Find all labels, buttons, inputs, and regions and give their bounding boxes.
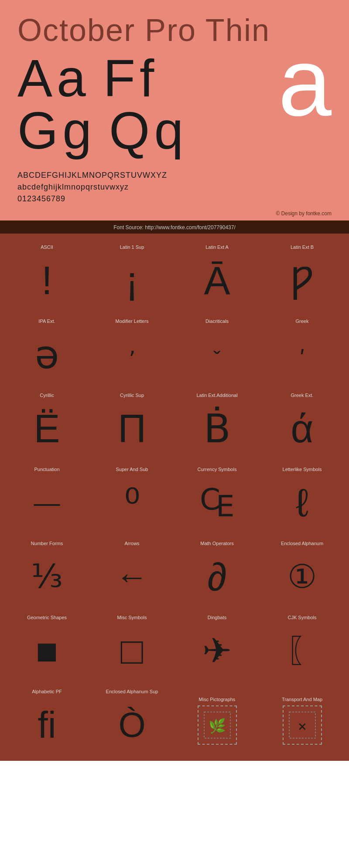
glyph-cell-miscpicto: Misc Pictographs 🌿 (174, 682, 260, 756)
glyph-cell-ascii: ASCII ! (4, 238, 89, 312)
glyph-cell-geometric: Geometric Shapes ■ (4, 608, 89, 682)
glyph-label-cyrillic: Cyrillic (40, 393, 54, 398)
letter-pair-gg: Gg Qq (17, 104, 188, 156)
source-text: Font Source: http://www.fontke.com/font/… (113, 224, 236, 231)
glyph-label-miscsymbols: Misc Symbols (117, 615, 147, 620)
glyph-cell-alphabeticpf: Alphabetic PF ﬁ (4, 682, 89, 756)
glyph-cell-enclosedsup: Enclosed Alphanum Sup Ò (89, 682, 174, 756)
glyph-cell-numberforms: Number Forms ⅓ (4, 534, 89, 608)
glyph-cell-latinexta: Latin Ext A Ā (174, 238, 260, 312)
glyph-cell-superandsub: Super And Sub ⁰ (89, 460, 174, 534)
svg-text:✕: ✕ (298, 720, 307, 733)
glyph-char-diacriticals: ˇ (213, 336, 221, 382)
glyph-cell-cyrillic: Cyrillic Ё (4, 386, 89, 460)
glyph-char-enclosedsup: Ò (118, 698, 145, 752)
glyph-cell-latinextadd: Latin Ext.Additional Ḃ (174, 386, 260, 460)
glyph-char-greek: ʹ (299, 336, 305, 382)
glyph-label-latin1sup: Latin 1 Sup (120, 244, 144, 250)
glyph-label-letterlike: Letterlike Symbols (283, 467, 322, 472)
glyph-cell-arrows: Arrows ← (89, 534, 174, 608)
glyph-cell-miscsymbols: Misc Symbols □ (89, 608, 174, 682)
copyright-text: © Design by fontke.com (276, 210, 332, 217)
glyph-char-miscpicto: 🌿 (198, 705, 237, 745)
glyph-cell-punctuation: Punctuation — (4, 460, 89, 534)
svg-text:🌿: 🌿 (209, 718, 226, 734)
glyph-char-arrows: ← (116, 549, 148, 604)
glyph-char-letterlike: ℓ (296, 475, 308, 530)
glyph-cell-cjk: CJK Symbols 〖 (260, 608, 345, 682)
glyph-char-cyrillicsup: П (118, 401, 146, 456)
glyph-char-latinexta: Ā (204, 253, 230, 308)
glyph-char-alphabeticpf: ﬁ (38, 698, 56, 752)
letter-a-large: a (278, 39, 332, 125)
glyph-label-geometric: Geometric Shapes (27, 615, 67, 620)
glyph-label-cyrillicsup: Cyrillic Sup (120, 393, 144, 398)
glyph-char-latinextadd: Ḃ (204, 401, 231, 456)
glyph-char-punctuation: — (34, 475, 60, 530)
glyph-char-latin1sup: ¡ (126, 253, 139, 308)
letter-aa: Aa (17, 52, 90, 104)
glyph-label-numberforms: Number Forms (31, 541, 63, 546)
glyph-char-cjk: 〖 (286, 624, 318, 678)
glyph-char-geometric: ■ (36, 624, 58, 678)
glyph-cell-currency: Currency Symbols ₠ (174, 460, 260, 534)
glyph-label-latinexta: Latin Ext A (205, 244, 229, 250)
glyph-cell-latin1sup: Latin 1 Sup ¡ (89, 238, 174, 312)
glyph-label-mathops: Math Operators (200, 541, 233, 546)
glyph-char-currency: ₠ (200, 475, 234, 530)
glyph-cell-cyrillicsup: Cyrillic Sup П (89, 386, 174, 460)
glyph-cell-dingbats: Dingbats ✈ (174, 608, 260, 682)
glyph-label-transport: Transport And Map (282, 697, 322, 702)
glyphs-section: ASCII ! Latin 1 Sup ¡ Latin Ext A Ā Lati… (0, 234, 349, 761)
glyph-label-alphabeticpf: Alphabetic PF (32, 689, 62, 694)
glyph-label-currency: Currency Symbols (198, 467, 237, 472)
letter-pair-aa: Aa Ff (17, 52, 188, 104)
glyph-label-ascii: ASCII (41, 244, 53, 250)
glyph-char-dingbats: ✈ (202, 624, 232, 678)
copyright-bar: © Design by fontke.com (0, 207, 349, 220)
glyph-char-miscsymbols: □ (121, 624, 143, 678)
glyph-char-superandsub: ⁰ (124, 475, 140, 530)
glyph-label-ipaext: IPA Ext. (38, 319, 55, 324)
glyph-cell-mathops: Math Operators ∂ (174, 534, 260, 608)
letter-gg: Gg (17, 104, 96, 156)
glyph-char-ascii: ! (41, 253, 52, 308)
glyph-label-enclosedsup: Enclosed Alphanum Sup (106, 689, 158, 694)
glyph-char-enclosedalpha: ① (287, 549, 317, 604)
glyph-label-latinextb: Latin Ext B (291, 244, 314, 250)
glyph-label-cjk: CJK Symbols (287, 615, 316, 620)
alphabet-section: ABCDEFGHIJKLMNOPQRSTUVWXYZ abcdefghijklm… (0, 165, 349, 207)
letter-qq: Qq (109, 104, 188, 156)
source-bar: Font Source: http://www.fontke.com/font/… (0, 220, 349, 234)
glyph-grid: ASCII ! Latin 1 Sup ¡ Latin Ext A Ā Lati… (4, 238, 345, 756)
glyph-label-miscpicto: Misc Pictographs (199, 697, 236, 702)
glyph-label-diacriticals: Diacriticals (205, 319, 229, 324)
sample-letters: Aa Ff Gg Qq a (17, 52, 332, 156)
letter-ff: Ff (103, 52, 159, 104)
glyph-label-arrows: Arrows (124, 541, 139, 546)
glyph-cell-ipaext: IPA Ext. ə (4, 312, 89, 386)
header-section: October Pro Thin Aa Ff Gg Qq a (0, 0, 349, 165)
glyph-cell-latinextb: Latin Ext B Ƿ (260, 238, 345, 312)
glyph-label-greek: Greek (296, 319, 309, 324)
glyph-char-latinextb: Ƿ (290, 253, 314, 308)
glyph-label-superandsub: Super And Sub (116, 467, 148, 472)
glyph-char-cyrillic: Ё (34, 401, 60, 456)
digits: 0123456789 (17, 193, 332, 205)
glyph-cell-modletters: Modifier Letters ʼ (89, 312, 174, 386)
glyph-char-transport: ✕ (283, 705, 322, 745)
glyph-char-modletters: ʼ (129, 336, 136, 382)
glyph-cell-enclosedalpha: Enclosed Alphanum ① (260, 534, 345, 608)
glyph-label-dingbats: Dingbats (208, 615, 226, 620)
glyph-char-mathops: ∂ (207, 549, 226, 604)
glyph-cell-letterlike: Letterlike Symbols ℓ (260, 460, 345, 534)
glyph-cell-greekext: Greek Ext. ά (260, 386, 345, 460)
glyph-label-punctuation: Punctuation (34, 467, 59, 472)
alphabet-lower: abcdefghijklmnopqrstuvwxyz (17, 181, 332, 193)
glyph-label-modletters: Modifier Letters (116, 319, 149, 324)
alphabet-upper: ABCDEFGHIJKLMNOPQRSTUVWXYZ (17, 170, 332, 181)
glyph-label-latinextadd: Latin Ext.Additional (196, 393, 237, 398)
glyph-cell-transport: Transport And Map ✕ (260, 682, 345, 756)
letter-pairs-left: Aa Ff Gg Qq (17, 52, 188, 156)
glyph-label-enclosedalpha: Enclosed Alphanum (281, 541, 323, 546)
